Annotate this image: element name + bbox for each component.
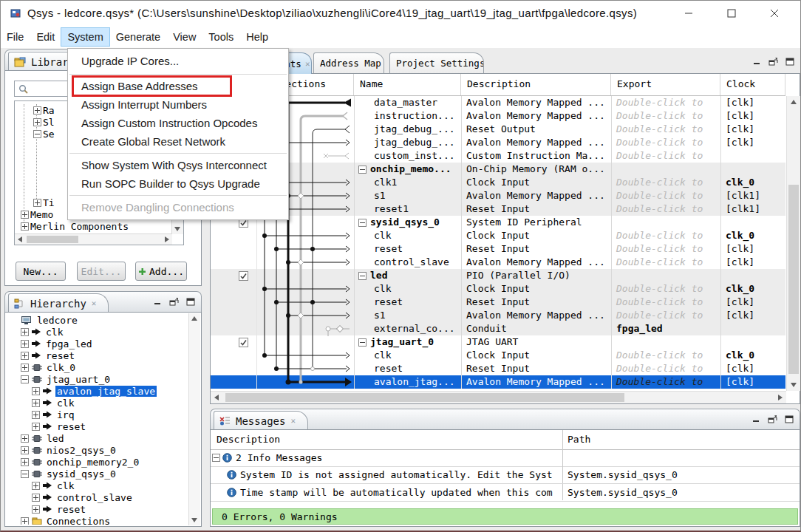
- export-cell[interactable]: Double-click to: [611, 362, 720, 375]
- clock-cell[interactable]: [720, 335, 785, 349]
- hierarchy-vertical-scrollbar[interactable]: [188, 313, 200, 525]
- message-row[interactable]: System ID is not assigned automatically.…: [211, 466, 800, 484]
- use-checkbox[interactable]: [239, 338, 248, 347]
- menu-item-show-system-with-qsys-interconnect[interactable]: Show System With Qsys Interconnect: [68, 156, 288, 174]
- export-cell[interactable]: Double-click to: [611, 202, 720, 216]
- export-cell[interactable]: [611, 216, 720, 229]
- export-cell[interactable]: [611, 163, 720, 176]
- expander-icon[interactable]: [21, 375, 29, 383]
- expander-icon[interactable]: [32, 423, 40, 431]
- contents-horizontal-scrollbar[interactable]: [211, 391, 786, 403]
- clock-cell[interactable]: [clk]: [720, 96, 785, 109]
- clock-cell[interactable]: clk_0: [720, 176, 785, 189]
- expander-icon[interactable]: [33, 199, 41, 207]
- clock-cell[interactable]: [720, 163, 785, 176]
- clock-cell[interactable]: [clk]: [720, 136, 785, 149]
- hierarchy-close-icon[interactable]: ✕: [92, 299, 97, 308]
- export-cell[interactable]: Double-click to: [611, 242, 720, 256]
- clock-cell[interactable]: [720, 216, 785, 229]
- hierarchy-item-clk[interactable]: clk: [7, 397, 189, 409]
- clock-cell[interactable]: [clk]: [720, 375, 785, 389]
- minimize-button[interactable]: [667, 1, 710, 26]
- clock-cell[interactable]: [clk]: [720, 109, 785, 123]
- hierarchy-item-reset[interactable]: reset: [7, 420, 189, 432]
- hierarchy-item-led[interactable]: led: [7, 432, 189, 444]
- expander-icon[interactable]: [33, 118, 41, 126]
- message-row[interactable]: Time stamp will be automatically updated…: [211, 484, 800, 502]
- tab-project-settings[interactable]: Project Settings✕: [389, 52, 484, 73]
- expander-icon[interactable]: [33, 130, 41, 138]
- clock-cell[interactable]: [720, 322, 785, 335]
- collapse-icon[interactable]: [358, 219, 367, 227]
- hierarchy-item-nios2-qsys-0[interactable]: nios2_qsys_0: [7, 444, 189, 456]
- export-cell[interactable]: Double-click to: [611, 109, 720, 123]
- expander-icon[interactable]: [21, 352, 29, 360]
- expander-icon[interactable]: [21, 328, 29, 336]
- maximize-panel-icon[interactable]: [785, 415, 794, 423]
- scrollbar-thumb[interactable]: [225, 393, 624, 402]
- scrollbar-thumb[interactable]: [788, 185, 799, 374]
- maximize-button[interactable]: [710, 1, 753, 26]
- expander-icon[interactable]: [21, 434, 29, 443]
- minimize-panel-icon[interactable]: [753, 58, 761, 65]
- menu-generate[interactable]: Generate: [110, 28, 166, 46]
- menu-file[interactable]: File: [1, 28, 30, 46]
- clock-cell[interactable]: [clk]: [720, 309, 785, 322]
- export-cell[interactable]: Double-click to: [611, 349, 720, 362]
- clock-cell[interactable]: [clk1]: [720, 202, 785, 216]
- minimize-panel-icon[interactable]: [154, 298, 162, 305]
- new-button[interactable]: New...: [16, 262, 66, 281]
- export-cell[interactable]: [611, 335, 720, 349]
- scrollbar-thumb[interactable]: [27, 236, 78, 243]
- export-cell[interactable]: Double-click to: [611, 123, 720, 136]
- contents-vertical-scrollbar[interactable]: [786, 96, 800, 391]
- menu-tools[interactable]: Tools: [202, 28, 239, 46]
- export-cell[interactable]: Double-click to: [611, 229, 720, 242]
- clock-cell[interactable]: [clk]: [720, 123, 785, 136]
- menu-edit[interactable]: Edit: [30, 28, 61, 46]
- hierarchy-item-sysid-qsys-0[interactable]: sysid_qsys_0: [7, 468, 189, 480]
- hierarchy-item-irq[interactable]: irq: [7, 409, 189, 420]
- float-panel-icon[interactable]: [768, 57, 778, 66]
- expander-icon[interactable]: [21, 364, 29, 372]
- menu-item-remove-dangling-connections[interactable]: Remove Dangling Connections: [68, 198, 288, 216]
- hierarchy-item-connections[interactable]: Connections: [7, 515, 189, 525]
- maximize-panel-icon[interactable]: [186, 298, 195, 306]
- clock-cell[interactable]: [clk]: [720, 296, 785, 309]
- export-cell[interactable]: Double-click to: [611, 96, 720, 109]
- hierarchy-item-jtag-uart-0[interactable]: jtag_uart_0: [7, 373, 189, 385]
- collapse-icon[interactable]: [358, 272, 367, 280]
- export-cell[interactable]: Double-click to: [611, 136, 720, 149]
- expander-icon[interactable]: [21, 517, 29, 525]
- menu-item-create-global-reset-network[interactable]: Create Global Reset Network: [68, 132, 288, 151]
- use-checkbox[interactable]: [239, 271, 248, 281]
- hierarchy-item-reset[interactable]: reset: [7, 349, 189, 361]
- hierarchy-item-avalon-jtag-slave[interactable]: avalon_jtag_slave: [7, 385, 189, 397]
- float-panel-icon[interactable]: [768, 415, 777, 423]
- expander-icon[interactable]: [21, 222, 29, 231]
- float-panel-icon[interactable]: [169, 297, 179, 306]
- clock-cell[interactable]: [clk]: [720, 362, 785, 375]
- column-header-description[interactable]: Description: [461, 74, 611, 95]
- hierarchy-item-clk-0[interactable]: clk_0: [7, 361, 189, 373]
- clock-cell[interactable]: [720, 269, 785, 282]
- path-column-header[interactable]: Path: [563, 430, 800, 449]
- maximize-panel-icon[interactable]: [785, 58, 794, 66]
- export-cell[interactable]: Double-click to: [611, 375, 720, 389]
- message-group-row[interactable]: 2 Info Messages: [211, 449, 800, 467]
- export-cell[interactable]: Double-click to: [611, 189, 720, 202]
- tab-address-map[interactable]: Address Map✕: [313, 52, 384, 73]
- export-cell[interactable]: Double-click to: [611, 282, 720, 296]
- clock-cell[interactable]: clk_0: [720, 229, 785, 242]
- clock-cell[interactable]: clk_0: [720, 282, 785, 296]
- expander-icon[interactable]: [33, 106, 41, 115]
- edit-button[interactable]: Edit...: [77, 262, 126, 281]
- hierarchy-item-fpga-led[interactable]: fpga_led: [7, 338, 189, 349]
- expander-icon[interactable]: [32, 399, 40, 407]
- expander-icon[interactable]: [32, 505, 40, 514]
- expander-icon[interactable]: [21, 446, 29, 454]
- export-cell[interactable]: Double-click to: [611, 309, 720, 322]
- export-cell[interactable]: Double-click to: [611, 256, 720, 269]
- collapse-icon[interactable]: [212, 454, 220, 462]
- collapse-icon[interactable]: [358, 338, 367, 347]
